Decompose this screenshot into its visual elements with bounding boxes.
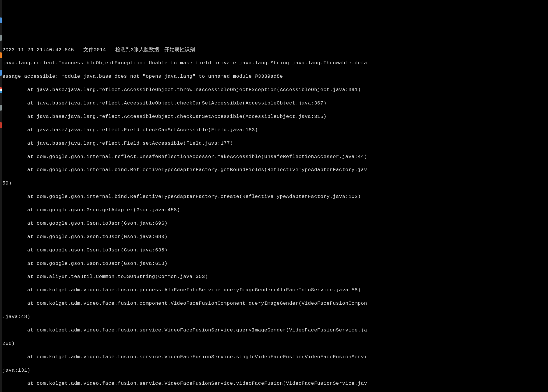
log-line: at java.base/java.lang.reflect.Field.set… xyxy=(2,140,548,147)
taskbar-icon-5[interactable] xyxy=(0,87,2,93)
log-line: 2023-11-29 21:40:42.845 文件0014 检测到3张人脸数据… xyxy=(2,47,548,54)
log-line: at com.google.gson.Gson.getAdapter(Gson.… xyxy=(2,207,548,214)
log-line: .java:48) xyxy=(2,314,548,320)
log-line: at com.kolget.adm.video.face.fusion.proc… xyxy=(2,287,548,294)
log-line: at com.kolget.adm.video.face.fusion.comp… xyxy=(2,300,548,307)
taskbar-icon-2[interactable] xyxy=(0,35,2,41)
log-line: at java.base/java.lang.reflect.Field.che… xyxy=(2,127,548,134)
log-line: at com.google.gson.Gson.toJson(Gson.java… xyxy=(2,234,548,240)
log-line: at java.base/java.lang.reflect.Accessibl… xyxy=(2,113,548,120)
taskbar-icon-1[interactable] xyxy=(0,17,2,23)
log-line: essage accessible: module java.base does… xyxy=(2,73,548,80)
log-line: at java.base/java.lang.reflect.Accessibl… xyxy=(2,87,548,93)
log-line: at com.google.gson.internal.bind.Reflect… xyxy=(2,167,548,173)
taskbar-sidebar xyxy=(0,0,2,392)
log-line: at com.google.gson.Gson.toJson(Gson.java… xyxy=(2,247,548,254)
taskbar-icon-3[interactable] xyxy=(0,52,2,58)
log-line: at com.google.gson.Gson.toJson(Gson.java… xyxy=(2,220,548,227)
taskbar-icon-7[interactable] xyxy=(0,122,2,128)
log-line: at com.google.gson.internal.bind.Reflect… xyxy=(2,194,548,200)
log-line: at com.aliyun.teautil.Common.toJSONStrin… xyxy=(2,274,548,280)
log-line: at java.base/java.lang.reflect.Accessibl… xyxy=(2,100,548,107)
log-line: 268) xyxy=(2,340,548,347)
taskbar-icon-6[interactable] xyxy=(0,105,2,111)
log-line: at com.kolget.adm.video.face.fusion.serv… xyxy=(2,354,548,361)
log-line: at com.google.gson.internal.reflect.Unsa… xyxy=(2,154,548,160)
log-line: at com.kolget.adm.video.face.fusion.serv… xyxy=(2,327,548,334)
log-line: java.lang.reflect.InaccessibleObjectExce… xyxy=(2,60,548,67)
log-line: java:131) xyxy=(2,367,548,374)
log-line: 59) xyxy=(2,180,548,187)
terminal-output[interactable]: 2023-11-29 21:40:42.845 文件0014 检测到3张人脸数据… xyxy=(2,40,548,392)
log-line: at com.kolget.adm.video.face.fusion.serv… xyxy=(2,380,548,387)
log-line: at com.google.gson.Gson.toJson(Gson.java… xyxy=(2,260,548,267)
taskbar-icon-4[interactable] xyxy=(0,70,2,76)
